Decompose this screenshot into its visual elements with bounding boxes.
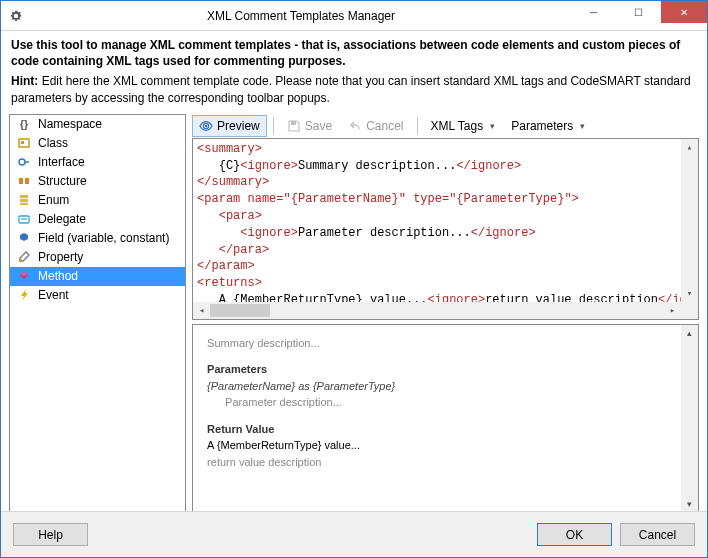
preview-return-header: Return Value bbox=[207, 421, 684, 438]
sidebar-item-field[interactable]: Field (variable, constant) bbox=[10, 229, 185, 248]
preview-summary: Summary description... bbox=[207, 335, 684, 352]
svg-rect-4 bbox=[19, 178, 23, 184]
sidebar-item-event[interactable]: Event bbox=[10, 286, 185, 305]
sidebar-item-label: Delegate bbox=[38, 212, 86, 226]
xml-tags-label: XML Tags bbox=[431, 119, 484, 133]
delegate-icon bbox=[16, 211, 32, 227]
save-button[interactable]: Save bbox=[280, 115, 339, 137]
sidebar-item-label: Namespace bbox=[38, 117, 102, 131]
sidebar-item-class[interactable]: Class bbox=[10, 134, 185, 153]
cancel-label: Cancel bbox=[639, 528, 676, 542]
scroll-down-icon[interactable]: ▾ bbox=[681, 285, 698, 302]
sidebar-item-label: Property bbox=[38, 250, 83, 264]
method-icon bbox=[16, 268, 32, 284]
gear-icon bbox=[1, 9, 31, 23]
scroll-thumb[interactable] bbox=[210, 304, 270, 317]
parameters-label: Parameters bbox=[511, 119, 573, 133]
cancel-label: Cancel bbox=[366, 119, 403, 133]
sidebar-item-namespace[interactable]: {} Namespace bbox=[10, 115, 185, 134]
xml-tags-dropdown[interactable]: XML Tags bbox=[424, 115, 503, 137]
code-text[interactable]: <summary> {C}<ignore>Summary description… bbox=[193, 139, 698, 302]
code-vertical-scrollbar[interactable]: ▴ ▾ bbox=[681, 139, 698, 302]
structure-icon bbox=[16, 173, 32, 189]
scroll-left-icon[interactable]: ◂ bbox=[193, 302, 210, 319]
class-icon bbox=[16, 135, 32, 151]
template-code-editor[interactable]: <summary> {C}<ignore>Summary description… bbox=[192, 138, 699, 320]
interface-icon bbox=[16, 154, 32, 170]
preview-panel: Summary description... Parameters {Param… bbox=[192, 324, 699, 514]
svg-rect-12 bbox=[291, 121, 296, 125]
hint-text: Edit here the XML comment template code.… bbox=[11, 74, 691, 104]
preview-label: Preview bbox=[217, 119, 260, 133]
ok-label: OK bbox=[566, 528, 583, 542]
element-type-list[interactable]: {} Namespace Class Interface Structure E… bbox=[9, 114, 186, 514]
instructions-main: Use this tool to manage XML comment temp… bbox=[11, 38, 680, 68]
enum-icon bbox=[16, 192, 32, 208]
svg-point-2 bbox=[19, 159, 25, 165]
property-icon bbox=[16, 249, 32, 265]
scroll-corner bbox=[681, 302, 698, 319]
scroll-up-icon[interactable]: ▴ bbox=[681, 325, 698, 342]
svg-rect-1 bbox=[21, 141, 24, 144]
preview-return-line: A {MemberReturnType} value... bbox=[207, 437, 684, 454]
preview-param-signature: {ParameterName} as {ParameterType} bbox=[207, 378, 684, 395]
preview-button[interactable]: Preview bbox=[192, 115, 267, 137]
preview-param-description: Parameter description... bbox=[207, 394, 684, 411]
field-icon bbox=[16, 230, 32, 246]
sidebar-item-property[interactable]: Property bbox=[10, 248, 185, 267]
scroll-up-icon[interactable]: ▴ bbox=[681, 139, 698, 156]
save-icon bbox=[287, 119, 301, 133]
sidebar-item-label: Structure bbox=[38, 174, 87, 188]
cancel-edit-button[interactable]: Cancel bbox=[341, 115, 410, 137]
ok-button[interactable]: OK bbox=[537, 523, 612, 546]
namespace-icon: {} bbox=[16, 116, 32, 132]
preview-parameters-header: Parameters bbox=[207, 361, 684, 378]
sidebar-item-structure[interactable]: Structure bbox=[10, 172, 185, 191]
maximize-button[interactable]: ☐ bbox=[616, 1, 661, 23]
window-title: XML Comment Templates Manager bbox=[31, 9, 571, 23]
toolbar-separator bbox=[273, 117, 274, 135]
dialog-footer: Help OK Cancel bbox=[1, 511, 707, 557]
sidebar-item-label: Class bbox=[38, 136, 68, 150]
event-icon bbox=[16, 287, 32, 303]
sidebar-item-enum[interactable]: Enum bbox=[10, 191, 185, 210]
editor-toolbar: Preview Save Cancel XML Tags Parameters bbox=[192, 114, 699, 138]
help-button[interactable]: Help bbox=[13, 523, 88, 546]
undo-icon bbox=[348, 119, 362, 133]
sidebar-item-delegate[interactable]: Delegate bbox=[10, 210, 185, 229]
svg-rect-8 bbox=[20, 203, 28, 205]
sidebar-item-label: Event bbox=[38, 288, 69, 302]
toolbar-separator bbox=[417, 117, 418, 135]
sidebar-item-label: Method bbox=[38, 269, 78, 283]
svg-point-11 bbox=[205, 124, 208, 127]
svg-rect-10 bbox=[19, 259, 22, 262]
svg-rect-7 bbox=[20, 199, 28, 202]
help-label: Help bbox=[38, 528, 63, 542]
sidebar-item-method[interactable]: Method bbox=[10, 267, 185, 286]
code-horizontal-scrollbar[interactable]: ◂ ▸ bbox=[193, 302, 681, 319]
minimize-button[interactable]: ─ bbox=[571, 1, 616, 23]
instructions: Use this tool to manage XML comment temp… bbox=[1, 31, 707, 114]
preview-return-description: return value description bbox=[207, 454, 684, 471]
eye-icon bbox=[199, 120, 213, 132]
sidebar-item-label: Field (variable, constant) bbox=[38, 231, 169, 245]
preview-vertical-scrollbar[interactable]: ▴ ▾ bbox=[681, 325, 698, 513]
sidebar-item-interface[interactable]: Interface bbox=[10, 153, 185, 172]
svg-rect-5 bbox=[25, 178, 29, 184]
titlebar: XML Comment Templates Manager ─ ☐ ✕ bbox=[1, 1, 707, 31]
parameters-dropdown[interactable]: Parameters bbox=[504, 115, 592, 137]
save-label: Save bbox=[305, 119, 332, 133]
sidebar-item-label: Enum bbox=[38, 193, 69, 207]
scroll-right-icon[interactable]: ▸ bbox=[664, 302, 681, 319]
hint-label: Hint: bbox=[11, 74, 38, 88]
close-button[interactable]: ✕ bbox=[661, 1, 707, 23]
sidebar-item-label: Interface bbox=[38, 155, 85, 169]
svg-rect-6 bbox=[20, 195, 28, 198]
cancel-button[interactable]: Cancel bbox=[620, 523, 695, 546]
